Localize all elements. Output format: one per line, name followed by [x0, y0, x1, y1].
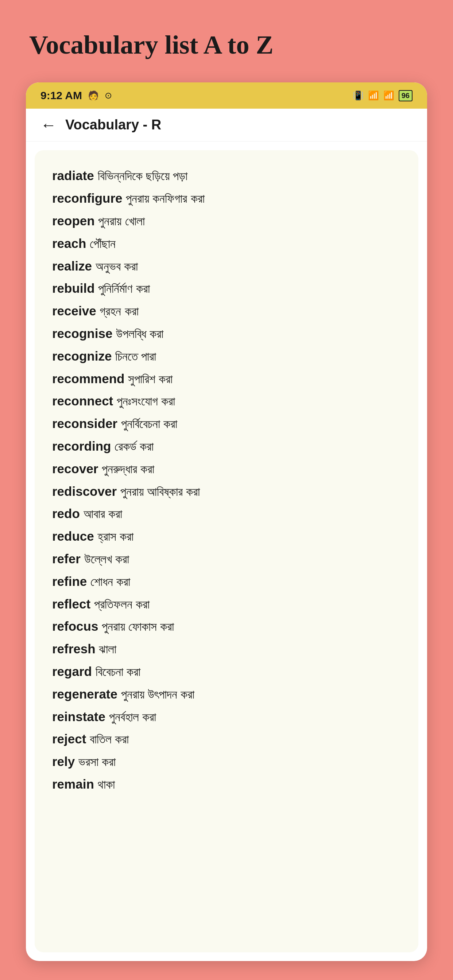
status-bar: 9:12 AM 🧑 ⊙ 📳 📶 📶 96	[26, 83, 427, 109]
vocab-item: reinstate পুনর্বহাল করা	[52, 706, 401, 728]
vocab-word: recognise	[52, 326, 116, 340]
vocab-item: reach পৌঁছান	[52, 232, 401, 255]
vocab-word: reject	[52, 732, 90, 746]
vocab-meaning: পুনর্বহাল করা	[109, 710, 156, 724]
vocab-item: reduce হ্রাস করা	[52, 525, 401, 547]
vocab-meaning: বাতিল করা	[90, 732, 129, 746]
vocab-meaning: পুনরায় আবিষ্কার করা	[120, 485, 200, 498]
vocab-item: rebuild পুনির্নির্মাণ করা	[52, 277, 401, 299]
vocab-meaning: পুনঃসংযোগ করা	[117, 395, 175, 408]
vocab-word: reconsider	[52, 416, 121, 431]
vocab-word: redo	[52, 506, 83, 520]
vocab-meaning: পুনরায় ফোকাস করা	[102, 620, 174, 633]
vocab-meaning: চিনতে পারা	[115, 350, 156, 363]
vocab-meaning: গ্রহন করা	[100, 304, 138, 318]
vocab-item: reconfigure পুনরায় কনফিগার করা	[52, 188, 401, 209]
page-title: Vocabulary list A to Z	[0, 0, 453, 83]
vocab-list-container: radiate বিভিন্নদিকে ছড়িয়ে পড়াreconfig…	[35, 150, 418, 952]
vocab-item: reopen পুনরায় খোলা	[52, 210, 401, 232]
status-icons: 📳 📶 📶 96	[353, 90, 413, 101]
vocab-meaning: আবার করা	[83, 507, 122, 520]
vocab-word: refocus	[52, 619, 102, 633]
nav-bar: ← Vocabulary - R	[26, 109, 427, 142]
vocab-item: rely ভরসা করা	[52, 751, 401, 773]
vocab-item: reject বাতিল করা	[52, 728, 401, 750]
vocab-meaning: উপলব্ধি করা	[116, 327, 163, 340]
vocab-item: refer উল্লেখ করা	[52, 548, 401, 570]
vocab-item: regenerate পুনরায় উৎপাদন করা	[52, 683, 401, 705]
vocab-word: rebuild	[52, 281, 98, 295]
at-icon: ⊙	[105, 91, 112, 100]
vocab-word: regard	[52, 664, 96, 678]
vibrate-icon: 📳	[353, 91, 364, 100]
vocab-meaning: পুনরায় কনফিগার করা	[126, 192, 204, 205]
vocab-meaning: রেকর্ড করা	[115, 440, 153, 453]
vocab-word: recognize	[52, 349, 115, 363]
vocab-item: remain থাকা	[52, 773, 401, 795]
vocab-word: reach	[52, 236, 90, 250]
signal-icon: 📶	[383, 91, 394, 100]
vocab-word: reduce	[52, 529, 98, 543]
vocab-item: recover পুনরুদ্ধার করা	[52, 458, 401, 480]
vocab-word: realize	[52, 259, 96, 273]
vocab-item: recognise উপলব্ধি করা	[52, 323, 401, 345]
vocab-meaning: ভরসা করা	[78, 755, 116, 768]
vocab-word: radiate	[52, 169, 98, 183]
vocab-word: recording	[52, 439, 115, 453]
vocab-item: regard বিবেচনা করা	[52, 660, 401, 682]
vocab-meaning: অনুভব করা	[96, 259, 138, 273]
status-left: 9:12 AM 🧑 ⊙	[40, 89, 112, 102]
vocab-word: remain	[52, 777, 98, 791]
vocab-word: rely	[52, 754, 78, 768]
vocab-word: reopen	[52, 214, 98, 228]
vocab-meaning: প্রতিফলন করা	[94, 598, 150, 611]
vocab-item: reconnect পুনঃসংযোগ করা	[52, 390, 401, 412]
vocab-word: reflect	[52, 597, 94, 611]
vocab-word: rediscover	[52, 484, 120, 498]
vocab-meaning: সুপারিশ করা	[128, 372, 172, 386]
vocab-item: reflect প্রতিফলন করা	[52, 593, 401, 615]
vocab-item: redo আবার করা	[52, 503, 401, 525]
vocab-item: refine শোধন করা	[52, 571, 401, 592]
vocab-meaning: পুনরায় উৎপাদন করা	[121, 687, 195, 701]
battery-indicator: 96	[399, 90, 413, 101]
vocab-meaning: ঝালা	[99, 643, 116, 656]
vocab-word: recover	[52, 461, 102, 476]
vocab-item: refresh ঝালা	[52, 638, 401, 660]
vocab-item: refocus পুনরায় ফোকাস করা	[52, 616, 401, 637]
phone-container: 9:12 AM 🧑 ⊙ 📳 📶 📶 96 ← Vocabulary - R ra…	[26, 83, 427, 961]
wifi-icon: 📶	[368, 91, 379, 100]
vocab-item: receive গ্রহন করা	[52, 300, 401, 322]
vocab-meaning: শোধন করা	[91, 575, 130, 589]
vocab-meaning: পুনরুদ্ধার করা	[102, 462, 154, 476]
vocab-meaning: পুনির্নির্মাণ করা	[98, 282, 150, 295]
nav-title: Vocabulary - R	[65, 117, 161, 133]
vocab-word: reconfigure	[52, 191, 126, 205]
vocab-item: realize অনুভব করা	[52, 255, 401, 277]
vocab-word: recommend	[52, 372, 128, 386]
vocab-meaning: পৌঁছান	[90, 237, 116, 250]
status-time: 9:12 AM	[40, 89, 82, 102]
vocab-word: regenerate	[52, 687, 121, 701]
vocab-word: refine	[52, 574, 91, 589]
vocab-meaning: উল্লেখ করা	[84, 552, 129, 566]
vocab-item: recommend সুপারিশ করা	[52, 368, 401, 390]
vocab-meaning: পুনর্বিবেচনা করা	[121, 417, 177, 431]
vocab-item: radiate বিভিন্নদিকে ছড়িয়ে পড়া	[52, 165, 401, 187]
vocab-word: reconnect	[52, 394, 117, 408]
vocab-item: rediscover পুনরায় আবিষ্কার করা	[52, 480, 401, 503]
vocab-word: refresh	[52, 642, 99, 656]
user-icon: 🧑	[88, 91, 99, 100]
back-button[interactable]: ←	[40, 116, 57, 134]
vocab-word: refer	[52, 552, 84, 566]
vocab-meaning: বিবেচনা করা	[96, 665, 140, 678]
vocab-meaning: বিভিন্নদিকে ছড়িয়ে পড়া	[98, 169, 187, 183]
vocab-word: receive	[52, 304, 100, 318]
vocab-item: recording রেকর্ড করা	[52, 435, 401, 457]
vocab-meaning: পুনরায় খোলা	[98, 215, 144, 228]
vocab-word: reinstate	[52, 710, 109, 724]
vocab-meaning: থাকা	[98, 778, 115, 791]
vocab-item: recognize চিনতে পারা	[52, 345, 401, 367]
vocab-item: reconsider পুনর্বিবেচনা করা	[52, 413, 401, 434]
vocab-meaning: হ্রাস করা	[98, 530, 134, 543]
